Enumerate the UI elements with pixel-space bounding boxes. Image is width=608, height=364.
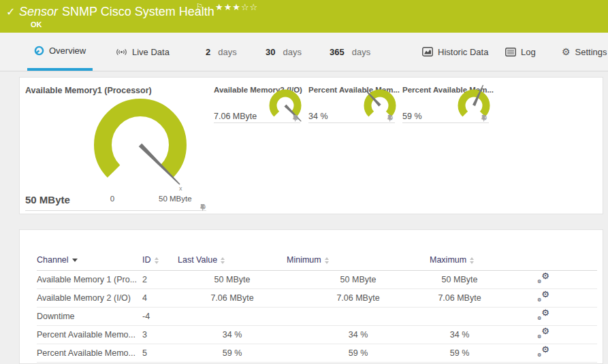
tab-days-number: 2 [206, 47, 210, 57]
gauge-cell-actions: ⚙ [481, 114, 487, 122]
channel-table-panel: Channel ID Last Value Minimum Maximum Av… [19, 229, 603, 364]
tab-days-number: 365 [330, 47, 345, 57]
tab-overview[interactable]: Overview [27, 33, 93, 71]
tab-log[interactable]: Log [498, 33, 543, 71]
sort-icon [325, 257, 329, 264]
cell-id: -4 [142, 307, 178, 325]
cell-minimum: 59 % [287, 344, 430, 362]
gauge-cell-actions: ⚙ [292, 114, 299, 122]
gauge-max-label: 50 MByte [159, 195, 192, 203]
status-ok-check-icon: ✓ [6, 5, 15, 18]
column-header-actions [490, 250, 597, 270]
column-header-id[interactable]: ID [142, 250, 178, 270]
column-header-last-value[interactable]: Last Value [178, 250, 287, 270]
historic-chart-icon [422, 47, 433, 56]
gauge-tip-marker: x [179, 185, 182, 192]
tab-2-days[interactable]: 2 days [199, 33, 244, 71]
table-row: Percent Available Memo... 5 59 % 59 % 59… [37, 344, 597, 362]
cell-id: 2 [142, 270, 178, 288]
cell-minimum: 7.06 MByte [287, 288, 430, 307]
tab-historic-data[interactable]: Historic Data [415, 33, 495, 71]
tab-label: Live Data [132, 47, 170, 57]
channel-settings-gears-icon[interactable]: ⚙⚙ [537, 328, 549, 339]
tab-label: Historic Data [438, 47, 488, 57]
column-header-maximum[interactable]: Maximum [430, 250, 490, 270]
channel-settings-gears-icon[interactable]: ⚙⚙ [537, 310, 549, 320]
pin-icon[interactable] [199, 203, 206, 211]
tab-30-days[interactable]: 30 days [259, 33, 308, 71]
cell-maximum [430, 307, 490, 325]
cell-maximum: 50 MByte [430, 270, 490, 288]
tab-settings[interactable]: ⚙ Settings [555, 33, 608, 71]
stars-empty: ☆☆ [241, 2, 258, 12]
sort-desc-icon [72, 259, 78, 262]
channel-settings-gears-icon[interactable]: ⚙⚙ [537, 273, 549, 284]
gauges-panel: Available Memory1 (Processor) 0 50 MByte… [19, 77, 603, 214]
cell-last-value: 34 % [178, 325, 287, 344]
divider [25, 210, 206, 211]
gauge-value: 59 % [402, 112, 422, 121]
table-row: Available Memory 2 (I/O) 4 7.06 MByte 7.… [37, 288, 597, 307]
gauge-cell-percent-memory-2: Percent Available Mem... 59 % ⚙ [402, 86, 489, 123]
cell-last-value [178, 307, 287, 325]
tab-bar: Overview Live Data 2 days 30 days 365 da… [0, 33, 608, 71]
tab-days-unit: days [352, 47, 370, 57]
log-icon [505, 48, 516, 56]
cell-id: 4 [142, 288, 178, 307]
column-header-minimum[interactable]: Minimum [287, 250, 430, 270]
gauge-main-cell: Available Memory1 (Processor) 0 50 MByte… [20, 78, 212, 215]
sort-icon [221, 257, 225, 264]
gauge-cell-actions: ⚙ [199, 203, 206, 211]
tab-days-number: 30 [266, 47, 275, 57]
gauge-icon [34, 46, 44, 56]
gauge-cell-actions: ⚙ [387, 114, 394, 122]
sort-icon [470, 257, 474, 264]
cell-channel: Available Memory 2 (I/O) [37, 288, 142, 307]
priority-stars[interactable]: ★★★☆☆ [215, 2, 258, 12]
cell-channel: Percent Available Memo... [37, 344, 142, 362]
stars-filled: ★★★ [215, 2, 241, 12]
channel-settings-gears-icon[interactable]: ⚙⚙ [537, 291, 549, 302]
sensor-title: SensorSNMP Cisco System Health [19, 5, 214, 19]
gauge-value: 34 % [308, 112, 328, 121]
gauge-value: 50 MByte [25, 194, 70, 205]
sort-icon [155, 257, 159, 264]
cell-id: 5 [142, 344, 178, 362]
tab-365-days[interactable]: 365 days [323, 33, 377, 71]
table-row: Downtime -4 ⚙⚙ [37, 307, 597, 325]
cell-channel: Available Memory 1 (Pro... [37, 270, 142, 288]
channel-table: Channel ID Last Value Minimum Maximum Av… [37, 250, 597, 363]
cell-minimum: 50 MByte [287, 270, 430, 288]
tab-label: Settings [575, 47, 607, 57]
column-header-channel[interactable]: Channel [37, 250, 142, 270]
gauge-value: 7.06 MByte [214, 112, 257, 121]
settings-gear-icon: ⚙ [562, 46, 571, 57]
gauge-cell-percent-memory-1: Percent Available Mem... 34 % ⚙ [308, 86, 395, 123]
priority-flag-icon[interactable]: ⚐ [196, 2, 203, 11]
pin-icon[interactable] [387, 114, 393, 122]
gauge-min-label: 0 [106, 195, 119, 203]
cell-channel: Percent Available Memo... [37, 325, 142, 344]
gauge-cell-available-memory2: Available Memory2 (I/O) 7.06 MByte ⚙ [214, 86, 300, 123]
tab-days-unit: days [218, 47, 236, 57]
table-header-row: Channel ID Last Value Minimum Maximum [37, 250, 597, 270]
cell-last-value: 59 % [178, 344, 287, 362]
cell-minimum [287, 307, 430, 325]
table-row: Available Memory 1 (Pro... 2 50 MByte 50… [37, 270, 597, 288]
sensor-name: SNMP Cisco System Health [62, 5, 214, 18]
cell-channel: Downtime [37, 307, 142, 325]
pin-icon[interactable] [292, 114, 298, 122]
cell-maximum: 59 % [430, 344, 490, 362]
live-data-icon [116, 48, 127, 56]
tab-live-data[interactable]: Live Data [109, 33, 176, 71]
cell-maximum: 34 % [430, 325, 490, 344]
cell-maximum: 7.06 MByte [430, 288, 490, 307]
cell-last-value: 50 MByte [178, 270, 287, 288]
pin-icon[interactable] [481, 114, 487, 122]
channel-settings-gears-icon[interactable]: ⚙⚙ [537, 346, 549, 357]
cell-last-value: 7.06 MByte [178, 288, 287, 307]
cell-minimum: 34 % [287, 325, 430, 344]
tab-label: Log [521, 47, 536, 57]
sensor-header-bar: ✓ SensorSNMP Cisco System Health ⚐ ★★★☆☆… [0, 0, 608, 33]
tab-days-unit: days [283, 47, 301, 57]
